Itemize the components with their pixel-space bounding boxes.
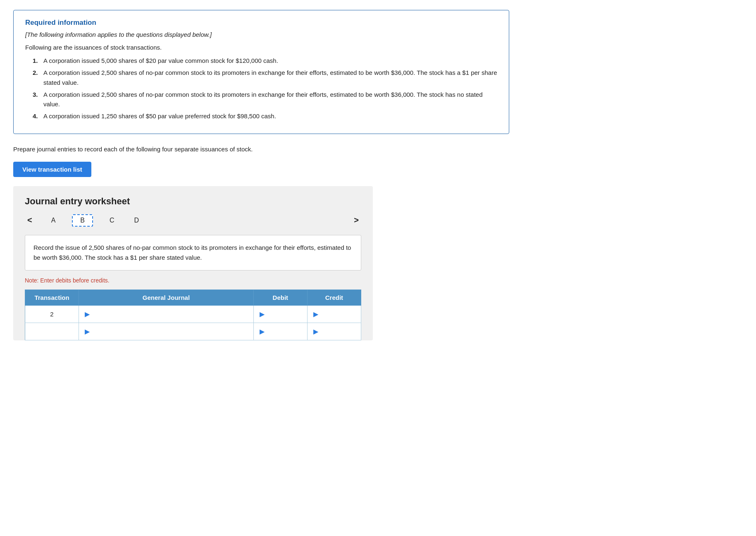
required-info-title: Required information — [25, 19, 497, 27]
col-header-debit: Debit — [253, 290, 307, 305]
col-header-credit: Credit — [307, 290, 361, 305]
tab-a[interactable]: A — [48, 215, 59, 226]
list-item-text: A corporation issued 5,000 shares of $20… — [43, 56, 278, 65]
info-list-item: 1.A corporation issued 5,000 shares of $… — [33, 56, 497, 65]
info-intro: Following are the issuances of stock tra… — [25, 44, 497, 51]
dropdown-arrow-credit-1[interactable]: ▶ — [313, 311, 318, 318]
journal-table: Transaction General Journal Debit Credit… — [25, 290, 361, 340]
debit-cell-2[interactable]: ▶ — [253, 323, 307, 340]
description-box: Record the issue of 2,500 shares of no-p… — [25, 235, 361, 270]
list-item-num: 3. — [33, 90, 40, 109]
info-list-item: 2.A corporation issued 2,500 shares of n… — [33, 68, 497, 87]
tab-d[interactable]: D — [131, 215, 143, 226]
required-info-box: Required information [The following info… — [13, 10, 509, 134]
tab-prev-button[interactable]: < — [25, 215, 35, 225]
table-row: 2 ▶ ▶ ▶ — [25, 305, 361, 323]
info-list-item: 3.A corporation issued 2,500 shares of n… — [33, 90, 497, 109]
info-list-item: 4.A corporation issued 1,250 shares of $… — [33, 111, 497, 121]
col-header-general-journal: General Journal — [79, 290, 254, 305]
debit-cell-1[interactable]: ▶ — [253, 305, 307, 323]
view-transaction-list-button[interactable]: View transaction list — [13, 162, 91, 177]
credit-cell-2[interactable]: ▶ — [307, 323, 361, 340]
transaction-num-2 — [25, 323, 79, 340]
worksheet-container: Journal entry worksheet < A B C D > Reco… — [13, 186, 373, 340]
transaction-num-1: 2 — [25, 305, 79, 323]
dropdown-arrow-debit-2[interactable]: ▶ — [260, 328, 265, 335]
dropdown-arrow-2[interactable]: ▶ — [85, 328, 90, 335]
tab-b[interactable]: B — [72, 214, 93, 227]
tab-c[interactable]: C — [106, 215, 118, 226]
list-item-text: A corporation issued 2,500 shares of no-… — [43, 68, 497, 87]
info-list: 1.A corporation issued 5,000 shares of $… — [25, 56, 497, 121]
dropdown-arrow-credit-2[interactable]: ▶ — [313, 328, 318, 335]
list-item-text: A corporation issued 2,500 shares of no-… — [43, 90, 497, 109]
list-item-num: 1. — [33, 56, 40, 65]
dropdown-arrow-debit-1[interactable]: ▶ — [260, 311, 265, 318]
general-journal-input-1[interactable]: ▶ — [79, 305, 254, 323]
worksheet-title: Journal entry worksheet — [25, 196, 361, 207]
dropdown-arrow-1[interactable]: ▶ — [85, 311, 90, 318]
general-journal-input-2[interactable]: ▶ — [79, 323, 254, 340]
list-item-num: 4. — [33, 111, 40, 121]
credit-cell-1[interactable]: ▶ — [307, 305, 361, 323]
list-item-num: 2. — [33, 68, 40, 87]
note-text: Note: Enter debits before credits. — [25, 277, 361, 284]
tabs-row: < A B C D > — [25, 214, 361, 227]
table-row: ▶ ▶ ▶ — [25, 323, 361, 340]
col-header-transaction: Transaction — [25, 290, 79, 305]
info-italic: [The following information applies to th… — [25, 31, 497, 38]
tab-next-button[interactable]: > — [351, 215, 361, 225]
prepare-text: Prepare journal entries to record each o… — [13, 146, 468, 153]
list-item-text: A corporation issued 1,250 shares of $50… — [43, 111, 276, 121]
